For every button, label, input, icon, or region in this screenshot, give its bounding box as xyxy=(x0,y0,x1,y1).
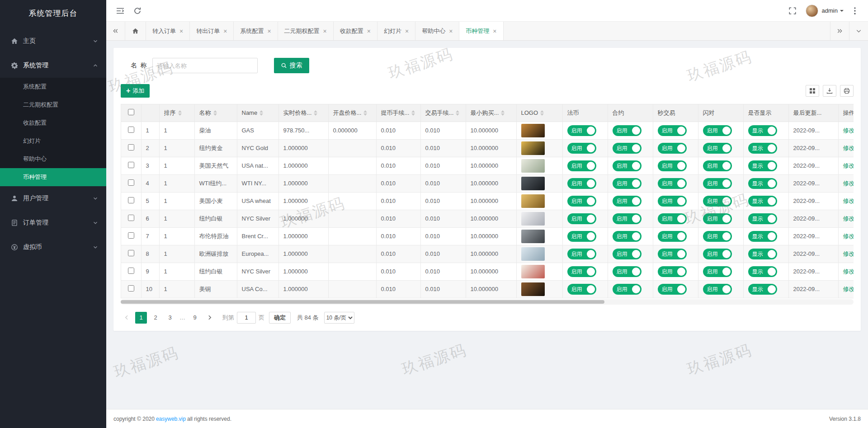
flash-toggle[interactable]: 启用 xyxy=(703,266,732,277)
show-toggle[interactable]: 显示 xyxy=(748,178,777,189)
tab-close-icon[interactable]: × xyxy=(367,28,371,34)
sort-icon[interactable] xyxy=(314,110,317,116)
row-checkbox[interactable] xyxy=(128,268,134,274)
column-header-open[interactable]: 开盘价格... xyxy=(328,104,376,122)
search-input[interactable] xyxy=(152,58,258,73)
edit-link[interactable]: 修改 xyxy=(843,180,854,187)
sec-toggle[interactable]: 启用 xyxy=(658,160,687,171)
tab-收款配置[interactable]: 收款配置× xyxy=(334,22,377,40)
tab-帮助中心[interactable]: 帮助中心× xyxy=(415,22,459,40)
column-header-wfee[interactable]: 提币手续... xyxy=(376,104,420,122)
fiat-toggle[interactable]: 启用 xyxy=(567,213,596,224)
edit-link[interactable]: 修改 xyxy=(843,250,854,257)
flash-toggle[interactable]: 启用 xyxy=(703,249,732,259)
column-header-tfee[interactable]: 交易手续... xyxy=(420,104,466,122)
sidebar-item-主页[interactable]: 主页 xyxy=(0,29,106,53)
horizontal-scrollbar[interactable] xyxy=(121,299,854,305)
fiat-toggle[interactable]: 启用 xyxy=(567,266,596,277)
row-checkbox[interactable] xyxy=(128,179,134,186)
row-checkbox[interactable] xyxy=(128,250,134,256)
tab-转入订单[interactable]: 转入订单× xyxy=(146,22,190,40)
tab-close-icon[interactable]: × xyxy=(449,28,453,34)
sidebar-collapse-button[interactable] xyxy=(112,2,129,19)
row-checkbox[interactable] xyxy=(128,232,134,239)
contract-toggle[interactable]: 启用 xyxy=(613,231,642,242)
sidebar-item-订单管理[interactable]: 订单管理 xyxy=(0,211,106,235)
flash-toggle[interactable]: 启用 xyxy=(703,196,732,207)
sec-toggle[interactable]: 启用 xyxy=(658,213,687,224)
show-toggle[interactable]: 显示 xyxy=(748,213,777,224)
sec-toggle[interactable]: 启用 xyxy=(658,143,687,154)
sort-icon[interactable] xyxy=(213,110,217,116)
fiat-toggle[interactable]: 启用 xyxy=(567,143,596,154)
contract-toggle[interactable]: 启用 xyxy=(613,266,642,277)
fiat-toggle[interactable]: 启用 xyxy=(567,196,596,207)
fullscreen-button[interactable] xyxy=(784,2,801,19)
sort-icon[interactable] xyxy=(363,110,367,116)
sidebar-item-虚拟币[interactable]: 虚拟币 xyxy=(0,235,106,259)
show-toggle[interactable]: 显示 xyxy=(748,249,777,259)
goto-confirm-button[interactable]: 确定 xyxy=(269,312,291,324)
fiat-toggle[interactable]: 启用 xyxy=(567,231,596,242)
edit-link[interactable]: 修改 xyxy=(843,286,854,292)
search-button[interactable]: 搜索 xyxy=(274,58,309,73)
tab-系统配置[interactable]: 系统配置× xyxy=(234,22,278,40)
sort-icon[interactable] xyxy=(259,110,263,116)
show-toggle[interactable]: 显示 xyxy=(748,231,777,242)
page-size-select[interactable]: 10 条/页 xyxy=(324,312,354,324)
export-button[interactable] xyxy=(823,85,836,97)
sidebar-subitem-系统配置[interactable]: 系统配置 xyxy=(0,78,106,96)
show-toggle[interactable]: 显示 xyxy=(748,196,777,207)
show-toggle[interactable]: 显示 xyxy=(748,143,777,154)
show-toggle[interactable]: 显示 xyxy=(748,160,777,171)
row-checkbox[interactable] xyxy=(128,127,134,133)
column-header-ename[interactable]: Name xyxy=(237,104,278,122)
sec-toggle[interactable]: 启用 xyxy=(658,178,687,189)
row-checkbox[interactable] xyxy=(128,144,134,151)
sec-toggle[interactable]: 启用 xyxy=(658,231,687,242)
edit-link[interactable]: 修改 xyxy=(843,162,854,169)
row-checkbox[interactable] xyxy=(128,162,134,168)
flash-toggle[interactable]: 启用 xyxy=(703,213,732,224)
contract-toggle[interactable]: 启用 xyxy=(613,249,642,259)
refresh-button[interactable] xyxy=(129,2,146,19)
sort-icon[interactable] xyxy=(178,110,182,116)
tabs-scroll-right-button[interactable] xyxy=(830,22,849,40)
sidebar-subitem-帮助中心[interactable]: 帮助中心 xyxy=(0,150,106,168)
column-header-logo[interactable]: LOGO xyxy=(516,104,562,122)
sidebar-item-系统管理[interactable]: 系统管理 xyxy=(0,53,106,78)
flash-toggle[interactable]: 启用 xyxy=(703,178,732,189)
column-header-sort[interactable]: 排序 xyxy=(159,104,194,122)
sort-icon[interactable] xyxy=(540,110,544,116)
sec-toggle[interactable]: 启用 xyxy=(658,266,687,277)
tab-close-icon[interactable]: × xyxy=(267,28,271,34)
sidebar-subitem-幻灯片[interactable]: 幻灯片 xyxy=(0,132,106,150)
more-menu-button[interactable] xyxy=(846,2,863,19)
fiat-toggle[interactable]: 启用 xyxy=(567,160,596,171)
add-button[interactable]: + 添加 xyxy=(121,84,150,98)
print-button[interactable] xyxy=(840,85,854,97)
row-checkbox[interactable] xyxy=(128,285,134,292)
row-checkbox[interactable] xyxy=(128,215,134,221)
flash-toggle[interactable]: 启用 xyxy=(703,231,732,242)
tabs-scroll-left-button[interactable] xyxy=(106,22,125,40)
contract-toggle[interactable]: 启用 xyxy=(613,143,642,154)
sec-toggle[interactable]: 启用 xyxy=(658,196,687,207)
show-toggle[interactable]: 显示 xyxy=(748,266,777,277)
tab-close-icon[interactable]: × xyxy=(179,28,183,34)
tab-close-icon[interactable]: × xyxy=(323,28,327,34)
edit-link[interactable]: 修改 xyxy=(843,127,854,134)
edit-link[interactable]: 修改 xyxy=(843,198,854,204)
sidebar-subitem-币种管理[interactable]: 币种管理 xyxy=(0,168,106,186)
flash-toggle[interactable]: 启用 xyxy=(703,160,732,171)
contract-toggle[interactable]: 启用 xyxy=(613,213,642,224)
show-toggle[interactable]: 显示 xyxy=(748,125,777,136)
sec-toggle[interactable]: 启用 xyxy=(658,125,687,136)
tab-close-icon[interactable]: × xyxy=(405,28,409,34)
edit-link[interactable]: 修改 xyxy=(843,215,854,222)
row-checkbox[interactable] xyxy=(128,197,134,203)
sidebar-subitem-收款配置[interactable]: 收款配置 xyxy=(0,114,106,132)
scrollbar-thumb[interactable] xyxy=(121,300,604,304)
sort-icon[interactable] xyxy=(456,110,459,116)
flash-toggle[interactable]: 启用 xyxy=(703,143,732,154)
